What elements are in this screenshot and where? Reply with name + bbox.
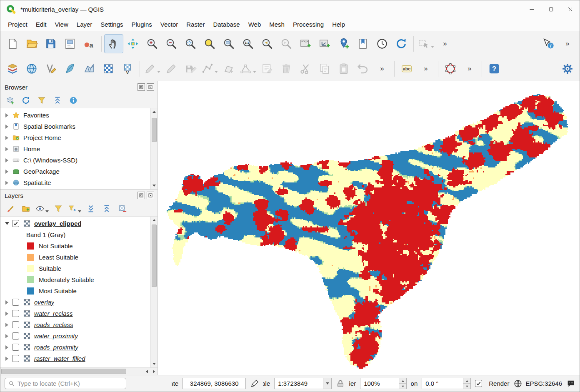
collapse-arrow-icon[interactable]: [5, 222, 9, 225]
new-virtual-layer-button[interactable]: V: [118, 59, 137, 78]
collapse-all-button[interactable]: [51, 94, 64, 107]
close-panel-button[interactable]: [147, 192, 154, 199]
float-panel-button[interactable]: [138, 192, 145, 199]
scroll-up-button[interactable]: [151, 217, 158, 224]
expand-arrow-icon[interactable]: [5, 147, 8, 151]
close-button[interactable]: [560, 0, 580, 18]
layer-row-raster-water-filled[interactable]: raster_water_filled: [0, 353, 150, 364]
crs-status[interactable]: EPSG:32646: [513, 379, 562, 388]
filter-legend-button[interactable]: [52, 202, 65, 215]
new-geopackage-layer-button[interactable]: [60, 59, 80, 78]
zoom-to-selection-button[interactable]: [200, 34, 219, 53]
menu-raster[interactable]: Raster: [182, 19, 209, 30]
locator-search[interactable]: Type to locate (Ctrl+K): [5, 378, 126, 389]
dropdown-caret-icon[interactable]: [215, 71, 218, 73]
mouse-position-icon[interactable]: [250, 379, 259, 388]
panel-properties-button[interactable]: [67, 94, 80, 107]
menu-settings[interactable]: Settings: [96, 19, 127, 30]
magnifier-spinbox[interactable]: 100%: [360, 378, 407, 389]
layer-row-water-reclass[interactable]: water_reclass: [0, 308, 150, 319]
add-feature-button[interactable]: [219, 59, 238, 78]
labels-toolbar-button[interactable]: abc: [397, 59, 416, 78]
layers-horizontal-scrollbar[interactable]: [0, 367, 158, 375]
save-edits-button[interactable]: [181, 59, 200, 78]
expand-arrow-icon[interactable]: [5, 345, 8, 350]
zoom-next-button[interactable]: [277, 34, 296, 53]
layer-checkbox[interactable]: [12, 355, 19, 362]
refresh-map-button[interactable]: [392, 34, 411, 53]
new-shapefile-layer-button[interactable]: [41, 59, 60, 78]
expand-arrow-icon[interactable]: [5, 125, 8, 129]
layer-checkbox[interactable]: [12, 332, 19, 340]
zoom-last-button[interactable]: [258, 34, 277, 53]
expand-arrow-icon[interactable]: [5, 181, 8, 185]
spin-buttons[interactable]: [463, 378, 470, 389]
zoom-to-layer-button[interactable]: [219, 34, 238, 53]
expand-arrow-icon[interactable]: [5, 158, 8, 162]
menu-plugins[interactable]: Plugins: [128, 19, 156, 30]
layer-checkbox[interactable]: [12, 321, 19, 328]
menu-help[interactable]: Help: [328, 19, 349, 30]
rotation-spinbox[interactable]: 0.0 °: [422, 378, 471, 389]
labels-overflow-button[interactable]: »: [416, 59, 435, 78]
filter-expression-button[interactable]: ε: [68, 202, 81, 215]
expand-arrow-icon[interactable]: [5, 334, 8, 338]
help-button[interactable]: ?: [485, 59, 504, 78]
scrollbar-thumb[interactable]: [1, 369, 126, 374]
layer-checkbox[interactable]: [12, 299, 19, 306]
layer-checkbox[interactable]: [12, 310, 19, 317]
menu-view[interactable]: View: [51, 19, 72, 30]
menu-web[interactable]: Web: [244, 19, 265, 30]
current-edits-button[interactable]: [142, 59, 162, 78]
maximize-button[interactable]: [541, 0, 560, 18]
layer-row-roads-reclass[interactable]: roads_reclass: [0, 319, 150, 330]
zoom-native-button[interactable]: 1:1: [238, 34, 258, 53]
copy-features-button[interactable]: [315, 59, 334, 78]
add-selected-layers-button[interactable]: [4, 94, 16, 107]
spin-up-button[interactable]: [463, 378, 470, 384]
new-project-button[interactable]: [3, 34, 22, 53]
add-web-layer-button[interactable]: [22, 59, 41, 78]
browser-item-c-windows-ssd-[interactable]: C:\ (Windows-SSD): [0, 155, 150, 166]
digitizing-overflow-button[interactable]: »: [372, 59, 392, 78]
pan-to-selection-button[interactable]: [123, 34, 142, 53]
add-group-button[interactable]: [20, 202, 32, 215]
scrollbar-thumb[interactable]: [152, 118, 157, 142]
collapse-all-layers-button[interactable]: [100, 202, 113, 215]
identify-features-button[interactable]: i: [539, 34, 558, 53]
expand-arrow-icon[interactable]: [5, 300, 8, 305]
spin-buttons[interactable]: [399, 378, 406, 389]
temporal-controller-button[interactable]: [372, 34, 392, 53]
processing-toolbox-button[interactable]: [558, 59, 577, 78]
spin-down-button[interactable]: [399, 384, 406, 389]
render-checkbox[interactable]: [475, 380, 482, 387]
toggle-editing-button[interactable]: [162, 59, 181, 78]
expand-arrow-icon[interactable]: [5, 312, 8, 316]
spin-down-button[interactable]: [463, 384, 470, 389]
spin-up-button[interactable]: [399, 378, 406, 384]
add-raster-layer-button[interactable]: [99, 59, 118, 78]
scrollbar-track[interactable]: [151, 224, 158, 360]
expand-arrow-icon[interactable]: [5, 113, 8, 117]
minimize-button[interactable]: [522, 0, 541, 18]
messages-button[interactable]: [566, 379, 575, 388]
dropdown-caret-icon[interactable]: [431, 46, 434, 48]
browser-item-geopackage[interactable]: GeoPackage: [0, 166, 150, 177]
browser-item-spatial-bookmarks[interactable]: Spatial Bookmarks: [0, 121, 150, 132]
show-spatial-bookmarks-button[interactable]: [353, 34, 372, 53]
menu-database[interactable]: Database: [209, 19, 244, 30]
manage-themes-button[interactable]: [35, 202, 49, 215]
expand-arrow-icon[interactable]: [5, 323, 8, 327]
menu-layer[interactable]: Layer: [72, 19, 97, 30]
vertex-tool-button[interactable]: [238, 59, 258, 78]
scroll-right-button[interactable]: [150, 368, 158, 375]
paste-features-button[interactable]: [334, 59, 353, 78]
undo-button[interactable]: [353, 59, 372, 78]
open-layer-styling-button[interactable]: [4, 202, 16, 215]
layer-row-overlay[interactable]: overlay: [0, 297, 150, 308]
menu-project[interactable]: Project: [4, 19, 32, 30]
menu-processing[interactable]: Processing: [289, 19, 328, 30]
remove-layer-button[interactable]: [116, 202, 129, 215]
browser-vertical-scrollbar[interactable]: [150, 108, 158, 189]
new-map-view-button[interactable]: [296, 34, 315, 53]
